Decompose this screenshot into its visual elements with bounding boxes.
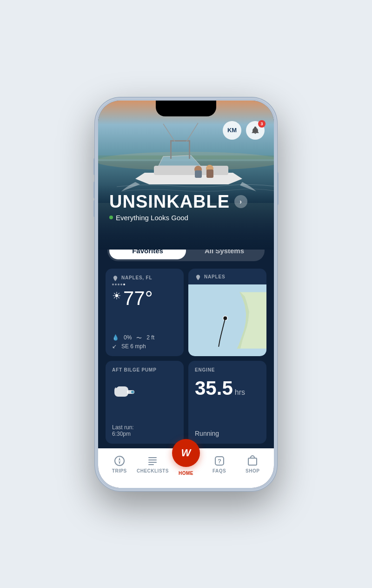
map-location-label: NAPLES bbox=[204, 274, 225, 279]
status-dot bbox=[109, 216, 113, 219]
bilge-icon bbox=[112, 377, 177, 407]
status-line: Everything Looks Good bbox=[109, 214, 247, 222]
dashboard-grid: NAPLES, FL ☀ 77° 💧 0% 〜 2 f bbox=[98, 261, 274, 448]
hours-number: 35.5 bbox=[195, 377, 233, 399]
svg-rect-28 bbox=[248, 458, 257, 465]
tab-all-systems[interactable]: All Systems bbox=[186, 250, 263, 259]
map-label: NAPLES bbox=[188, 269, 266, 284]
svg-marker-20 bbox=[119, 457, 120, 461]
avatar-button[interactable]: KM bbox=[223, 121, 241, 140]
weather-card[interactable]: NAPLES, FL ☀ 77° 💧 0% 〜 2 f bbox=[106, 269, 184, 356]
hours-unit: hrs bbox=[235, 388, 245, 397]
rain-icon: 💧 bbox=[112, 334, 119, 342]
map-view bbox=[188, 284, 266, 356]
faqs-label: FAQS bbox=[213, 468, 226, 473]
wave-icon: 〜 bbox=[136, 334, 142, 342]
location-icon bbox=[112, 275, 119, 282]
svg-rect-22 bbox=[148, 457, 157, 458]
weather-details: 💧 0% 〜 2 ft ↙ SE 6 mph bbox=[112, 334, 177, 350]
map-svg bbox=[188, 284, 266, 356]
svg-rect-4 bbox=[154, 166, 228, 175]
svg-rect-23 bbox=[148, 460, 157, 460]
checklists-label: CHECKLISTS bbox=[137, 468, 169, 473]
map-location-icon bbox=[195, 274, 201, 281]
bottom-nav: TRIPS CHECKLISTS W HOME bbox=[98, 448, 274, 488]
boat-name-text: UNSINKABLE bbox=[109, 192, 230, 212]
pump-svg bbox=[112, 377, 138, 403]
weather-card-header: NAPLES, FL bbox=[112, 275, 177, 282]
wind-icon: ↙ bbox=[112, 343, 117, 350]
weather-row-rain: 💧 0% 〜 2 ft bbox=[112, 334, 177, 342]
svg-marker-21 bbox=[119, 461, 120, 465]
nav-item-trips[interactable]: TRIPS bbox=[103, 455, 136, 473]
header-icons: KM 3 bbox=[223, 121, 265, 140]
home-w-logo: W bbox=[181, 447, 191, 459]
faq-icon: ? bbox=[214, 455, 225, 466]
nav-item-checklists[interactable]: CHECKLISTS bbox=[136, 455, 170, 473]
compass-icon bbox=[114, 455, 125, 466]
bilge-pump-card[interactable]: AFT BILGE PUMP bbox=[106, 361, 184, 444]
engine-status: Running bbox=[195, 430, 260, 437]
phone-screen: KM 3 UNSINKABLE › Everything Looks bbox=[98, 101, 274, 488]
engine-card[interactable]: ENGINE 35.5 hrs Running bbox=[188, 361, 266, 444]
notification-button[interactable]: 3 bbox=[246, 121, 265, 140]
svg-rect-24 bbox=[148, 462, 157, 463]
last-run-info: Last run: 6:30pm bbox=[112, 424, 177, 437]
tab-favorites[interactable]: Favorites bbox=[109, 250, 186, 259]
svg-rect-16 bbox=[114, 386, 128, 397]
weather-row-wind: ↙ SE 6 mph bbox=[112, 343, 177, 350]
shop-label: SHOP bbox=[246, 468, 259, 473]
hero-content: UNSINKABLE › Everything Looks Good bbox=[109, 192, 247, 222]
status-text: Everything Looks Good bbox=[116, 214, 188, 222]
notch bbox=[156, 101, 216, 116]
last-run-time: 6:30pm bbox=[112, 431, 131, 437]
home-button[interactable]: W bbox=[172, 439, 200, 467]
notification-badge: 3 bbox=[258, 120, 266, 128]
boat-name: UNSINKABLE › bbox=[109, 192, 247, 212]
trips-label: TRIPS bbox=[112, 468, 127, 473]
location-card[interactable]: NAPLES bbox=[188, 269, 266, 356]
hero-section: KM 3 UNSINKABLE › Everything Looks bbox=[98, 101, 274, 250]
engine-hours: 35.5 hrs bbox=[195, 377, 260, 399]
engine-label: ENGINE bbox=[195, 367, 260, 372]
temperature-display: ☀ 77° bbox=[112, 287, 177, 310]
nav-item-faqs[interactable]: ? FAQS bbox=[203, 455, 236, 473]
nav-item-shop[interactable]: SHOP bbox=[236, 455, 269, 473]
svg-rect-13 bbox=[206, 169, 213, 178]
wave-height: 2 ft bbox=[146, 334, 154, 342]
svg-rect-5 bbox=[170, 140, 172, 159]
nav-item-home[interactable]: W HOME bbox=[169, 439, 203, 476]
bell-icon bbox=[251, 126, 260, 135]
svg-rect-25 bbox=[148, 464, 154, 465]
boat-chevron[interactable]: › bbox=[234, 195, 247, 208]
svg-rect-6 bbox=[189, 140, 190, 159]
bilge-label: AFT BILGE PUMP bbox=[112, 367, 177, 372]
wind-speed: SE 6 mph bbox=[121, 343, 146, 350]
home-label: HOME bbox=[179, 471, 193, 476]
checklist-icon bbox=[147, 455, 158, 466]
temperature-value: 77° bbox=[123, 287, 153, 310]
phone-frame: KM 3 UNSINKABLE › Everything Looks bbox=[95, 98, 277, 491]
tab-switcher: Favorites All Systems bbox=[107, 250, 265, 261]
last-run-label: Last run: bbox=[112, 424, 134, 431]
weather-location: NAPLES, FL bbox=[121, 275, 152, 280]
svg-point-18 bbox=[131, 391, 134, 393]
rain-chance: 0% bbox=[124, 334, 132, 342]
location-dots bbox=[112, 284, 177, 285]
svg-text:?: ? bbox=[218, 458, 221, 465]
sun-icon: ☀ bbox=[112, 290, 121, 302]
main-content: Favorites All Systems NAPLES, FL bbox=[98, 250, 274, 448]
shop-icon bbox=[247, 455, 258, 466]
svg-rect-11 bbox=[195, 170, 202, 178]
